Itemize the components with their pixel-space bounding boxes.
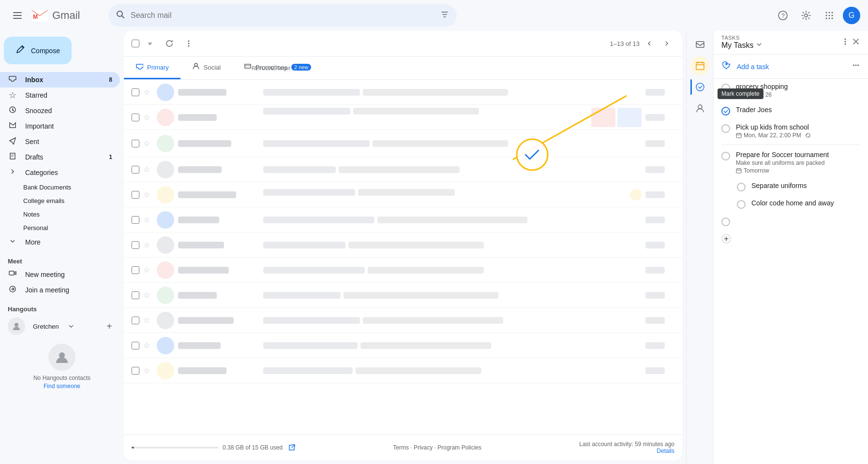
email-checkbox[interactable] — [132, 266, 139, 274]
avatar[interactable]: G — [843, 7, 860, 24]
email-content — [178, 140, 642, 147]
email-checkbox[interactable] — [132, 342, 139, 349]
table-row[interactable]: ☆ — [124, 358, 682, 383]
star-icon[interactable]: ☆ — [143, 290, 153, 300]
email-checkbox[interactable] — [132, 88, 139, 96]
pagination-prev-button[interactable] — [642, 36, 657, 51]
star-icon[interactable]: ☆ — [143, 366, 153, 375]
right-icon-tasks[interactable] — [690, 77, 710, 97]
sidebar-item-notes[interactable]: Notes — [0, 207, 120, 221]
task-item-pickup[interactable]: Pick up kids from school Mon, Mar 22, 2:… — [714, 119, 868, 143]
add-task-more-button[interactable] — [852, 61, 860, 72]
task-radio-uniforms[interactable] — [737, 183, 746, 191]
hangouts-add-button[interactable]: + — [106, 321, 112, 332]
refresh-button[interactable] — [161, 35, 178, 52]
table-row[interactable]: ☆ — [124, 157, 682, 182]
task-item-empty[interactable] — [714, 213, 868, 230]
right-icon-mail[interactable] — [690, 35, 710, 54]
add-task-row[interactable]: Add a task — [714, 55, 868, 79]
tab-primary[interactable]: Primary — [124, 57, 180, 79]
email-attachment-indicator — [630, 189, 642, 201]
star-icon[interactable]: ☆ — [143, 240, 153, 249]
table-row[interactable]: ☆ — [124, 232, 682, 258]
activity-details-link[interactable]: Details — [657, 448, 674, 454]
task-radio-trader[interactable] — [721, 107, 730, 116]
add-subtask-button[interactable] — [714, 230, 868, 247]
table-row[interactable]: ☆ — [124, 258, 682, 283]
email-checkbox[interactable] — [132, 166, 139, 174]
sidebar-item-join-meeting[interactable]: Join a meeting — [0, 282, 120, 298]
star-icon[interactable]: ☆ — [143, 265, 153, 275]
settings-button[interactable] — [796, 6, 816, 25]
right-icon-calendar[interactable] — [690, 56, 710, 75]
right-icon-contacts[interactable] — [690, 99, 710, 118]
star-icon[interactable]: ☆ — [143, 165, 153, 174]
table-row[interactable]: ☆ — [124, 333, 682, 358]
star-icon[interactable]: ☆ — [143, 215, 153, 224]
sidebar-item-categories[interactable]: Categories — [0, 165, 120, 180]
star-icon[interactable]: ☆ — [143, 341, 153, 350]
task-radio-colorcode[interactable] — [737, 200, 746, 209]
sidebar-item-drafts[interactable]: Drafts 1 — [0, 149, 120, 165]
compose-button[interactable]: Compose — [4, 37, 72, 64]
table-row[interactable]: ☆ — [124, 130, 682, 157]
sidebar-item-sent[interactable]: Sent — [0, 134, 120, 149]
star-icon[interactable]: ☆ — [143, 87, 153, 97]
avatar — [157, 287, 174, 304]
sidebar-item-starred[interactable]: ☆ Starred — [0, 87, 120, 103]
tasks-more-button[interactable] — [841, 37, 850, 48]
email-checkbox[interactable] — [132, 216, 139, 224]
sidebar-item-important[interactable]: Important — [0, 118, 120, 134]
email-checkbox[interactable] — [132, 317, 139, 324]
pagination-next-button[interactable] — [659, 36, 674, 51]
sidebar-item-bank[interactable]: Bank Documents — [0, 180, 120, 194]
task-radio-soccer[interactable] — [721, 152, 730, 160]
table-row[interactable]: ☆ — [124, 80, 682, 105]
tasks-header-left: TASKS My Tasks — [721, 35, 763, 50]
storage-link-icon[interactable] — [288, 444, 295, 451]
help-button[interactable]: ? — [773, 6, 793, 25]
sidebar-item-inbox[interactable]: Inbox 8 — [0, 72, 120, 87]
email-checkbox[interactable] — [132, 241, 139, 249]
task-item-colorcode[interactable]: Color code home and away — [714, 195, 868, 213]
task-radio-pickup[interactable] — [721, 124, 730, 133]
email-checkbox[interactable] — [132, 367, 139, 375]
star-icon[interactable]: ☆ — [143, 190, 153, 199]
tab-social[interactable]: Social — [180, 57, 232, 79]
task-item-uniforms[interactable]: Separate uniforms — [714, 178, 868, 195]
table-row[interactable]: ☆ — [124, 308, 682, 333]
star-icon[interactable]: ☆ — [143, 113, 153, 122]
search-icon[interactable] — [116, 10, 125, 21]
email-checkbox[interactable] — [132, 114, 139, 121]
search-input[interactable] — [131, 11, 434, 20]
task-item-soccer[interactable]: Prepare for Soccer tournament Make sure … — [714, 147, 868, 178]
sidebar-item-new-meeting[interactable]: New meeting — [0, 267, 120, 282]
table-row[interactable]: ☆ — [124, 283, 682, 308]
select-dropdown-button[interactable] — [141, 35, 159, 52]
table-row[interactable]: ☆ — [124, 207, 682, 232]
star-icon[interactable]: ☆ — [143, 139, 153, 148]
task-radio-empty[interactable] — [721, 218, 730, 226]
sidebar-item-personal[interactable]: Personal — [0, 221, 120, 234]
tasks-close-button[interactable] — [852, 37, 860, 48]
sidebar-item-snoozed[interactable]: Snoozed — [0, 103, 120, 118]
task-item-trader[interactable]: Mark complete Trader Joes — [714, 102, 868, 119]
sidebar-item-more[interactable]: More — [0, 234, 120, 250]
more-options-button[interactable] — [180, 35, 197, 52]
star-icon[interactable]: ☆ — [143, 316, 153, 325]
apps-button[interactable] — [820, 6, 839, 25]
select-all-checkbox[interactable] — [132, 40, 139, 47]
table-row[interactable]: ☆ — [124, 182, 682, 207]
add-task-label: Add a task — [737, 63, 769, 71]
tasks-dropdown-icon[interactable] — [755, 41, 763, 50]
hamburger-button[interactable] — [8, 6, 27, 25]
sidebar-item-college[interactable]: College emails — [0, 194, 120, 207]
search-options-icon[interactable] — [440, 10, 449, 21]
hangouts-user-item[interactable]: Gretchen + — [0, 317, 120, 336]
tab-promotions[interactable]: Promotions 2 new REVOLVE, Target — [232, 57, 323, 79]
email-checkbox[interactable] — [132, 140, 139, 147]
hangouts-find-link[interactable]: Find someone — [44, 383, 80, 390]
table-row[interactable]: ☆ — [124, 105, 682, 130]
email-checkbox[interactable] — [132, 191, 139, 199]
email-checkbox[interactable] — [132, 291, 139, 299]
